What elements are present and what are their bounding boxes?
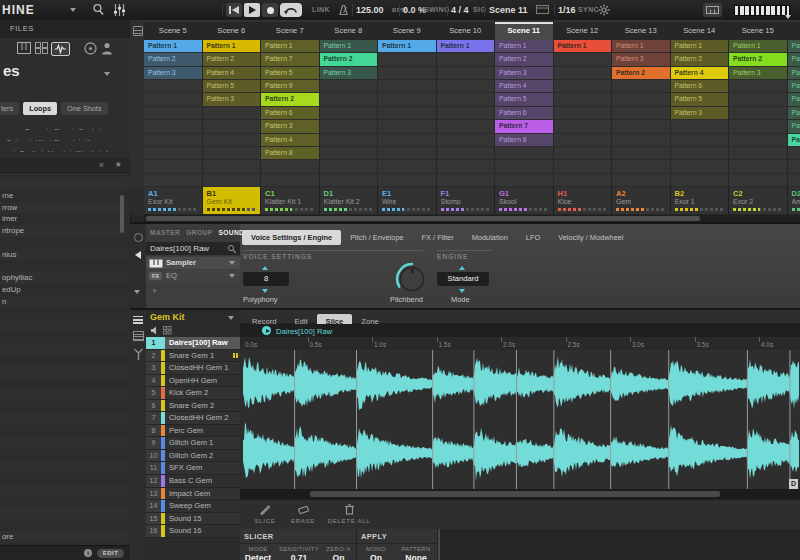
meter-marker-icon[interactable] (785, 15, 791, 19)
pattern-cell[interactable]: Pattern 2 (788, 53, 800, 66)
pattern-slot[interactable] (378, 53, 436, 66)
list-item[interactable] (0, 507, 127, 519)
list-item[interactable]: n (0, 296, 127, 308)
tab-files[interactable]: FILES (10, 24, 34, 33)
param-field[interactable]: MONOOn (357, 546, 395, 560)
pattern-cell[interactable]: Pattern 1 (788, 40, 800, 53)
engine-mode-stepper[interactable]: Standard (437, 272, 489, 286)
pattern-cell[interactable]: Pattern 3 (203, 93, 261, 106)
pattern-cell[interactable]: Pattern 1 (378, 40, 436, 53)
pattern-cell[interactable]: Pattern 1 (554, 40, 612, 53)
pattern-cell[interactable]: Pattern 8 (495, 134, 553, 147)
list-item[interactable] (0, 366, 127, 378)
param-value[interactable]: On (322, 553, 355, 560)
pattern-slot[interactable] (729, 120, 787, 133)
parameter-page-tab[interactable]: FX / Filter (413, 230, 463, 245)
pattern-slot[interactable] (495, 160, 553, 173)
pattern-cell[interactable]: Pattern 3 (671, 107, 729, 120)
mixer-icon[interactable] (113, 4, 126, 16)
pattern-slot[interactable] (612, 120, 670, 133)
waveform-view-icon[interactable] (133, 348, 144, 361)
pattern-cell[interactable]: Pattern 4 (671, 67, 729, 80)
time-signature-value[interactable]: 4 / 4 (451, 5, 469, 15)
pattern-cell[interactable]: Pattern 3 (612, 53, 670, 66)
arranger-h-scrollbar[interactable] (144, 215, 800, 222)
pattern-slot[interactable] (729, 174, 787, 187)
group-cell[interactable]: F1Stomp (437, 187, 496, 214)
pattern-slot[interactable] (378, 174, 436, 187)
pattern-slot[interactable] (437, 160, 495, 173)
param-value[interactable]: On (357, 553, 395, 560)
pad-row[interactable]: 4OpenHH Gem (146, 375, 240, 388)
pattern-slot[interactable] (612, 134, 670, 147)
list-item[interactable] (0, 519, 127, 531)
pattern-cell[interactable]: Pattern 1 (612, 40, 670, 53)
pad-row[interactable]: 13Impact Gem (146, 488, 240, 501)
pattern-slot[interactable] (437, 174, 495, 187)
pattern-slot[interactable] (437, 147, 495, 160)
pattern-cell[interactable]: Pattern 5 (495, 93, 553, 106)
content-type-chip[interactable]: ters (0, 102, 19, 115)
group-cell[interactable]: A2Gem (612, 187, 671, 214)
pattern-slot[interactable] (729, 134, 787, 147)
scene-tab[interactable]: Scene 8 (320, 22, 378, 40)
pattern-cell[interactable]: Pattern 1 (320, 40, 378, 53)
list-item[interactable]: imer (0, 213, 127, 225)
pattern-slot[interactable] (495, 147, 553, 160)
pattern-cell[interactable]: Pattern 3 (788, 67, 800, 80)
list-item[interactable] (0, 237, 127, 249)
pattern-slot[interactable] (554, 107, 612, 120)
pattern-cell[interactable]: Pattern 7 (261, 53, 319, 66)
slice-tool-button[interactable]: SLICE (248, 504, 282, 524)
pattern-cell[interactable]: Pattern 1 (671, 40, 729, 53)
pattern-slot[interactable] (554, 80, 612, 93)
pattern-cell[interactable]: Pattern 3 (729, 67, 787, 80)
swing-value[interactable]: 0.0 % (403, 5, 426, 15)
parameter-page-tab[interactable]: Pitch / Envelope (341, 230, 412, 245)
pad-view-icon[interactable] (133, 316, 143, 324)
waveform-drag-handle[interactable]: D (789, 479, 798, 489)
list-view-icon[interactable] (133, 331, 144, 341)
pattern-slot[interactable] (554, 67, 612, 80)
group-cell[interactable]: G1Skool (495, 187, 554, 214)
list-item[interactable] (0, 472, 127, 484)
tag-chip[interactable]: Clap (48, 127, 73, 130)
pattern-slot[interactable] (261, 174, 319, 187)
pattern-slot[interactable] (437, 53, 495, 66)
keyboard-display-button[interactable] (703, 3, 722, 17)
pad-grid-icon[interactable] (163, 326, 172, 335)
pattern-cell[interactable]: Pattern 1 (261, 40, 319, 53)
instruments-filter-icon[interactable] (17, 42, 31, 54)
pad-row[interactable]: 16Sound 16 (146, 525, 240, 538)
pattern-cell[interactable]: Pattern 6 (261, 107, 319, 120)
pattern-slot[interactable] (261, 160, 319, 173)
pattern-cell[interactable]: Pattern 3 (495, 67, 553, 80)
list-item[interactable] (0, 495, 127, 507)
pattern-slot[interactable] (144, 134, 202, 147)
pattern-slot[interactable] (144, 120, 202, 133)
scene-tab[interactable]: Scene 6 (203, 22, 261, 40)
pattern-slot[interactable] (495, 174, 553, 187)
pattern-slot[interactable] (612, 174, 670, 187)
list-item[interactable] (0, 413, 127, 425)
pad-row[interactable]: 15Sound 15 (146, 513, 240, 526)
song-icon[interactable] (133, 26, 143, 36)
sound-search-icon[interactable] (227, 244, 237, 254)
pattern-slot[interactable] (554, 53, 612, 66)
pattern-slot[interactable] (729, 147, 787, 160)
polyphony-stepper[interactable]: 8 (243, 272, 289, 286)
retrigger-step-value[interactable]: 1/16 (558, 5, 576, 15)
list-item[interactable] (0, 448, 127, 460)
pattern-slot[interactable] (671, 120, 729, 133)
group-dropdown-icon[interactable] (228, 316, 234, 320)
list-item[interactable]: ophylliac (0, 272, 127, 284)
pattern-cell[interactable]: Pattern 9 (261, 80, 319, 93)
tag-chip[interactable]: Woodwind (71, 149, 113, 152)
polyphony-down-icon[interactable] (262, 289, 268, 293)
current-scene-display[interactable]: Scene 11 (489, 5, 528, 15)
pattern-cell[interactable]: Pattern 7 (495, 120, 553, 133)
pattern-cell[interactable]: Pattern 1 (729, 40, 787, 53)
param-field[interactable]: SENSITIVITY0.71 (276, 546, 322, 560)
restart-button[interactable] (226, 3, 242, 17)
pad-row[interactable]: 12Bass C Gem (146, 475, 240, 488)
